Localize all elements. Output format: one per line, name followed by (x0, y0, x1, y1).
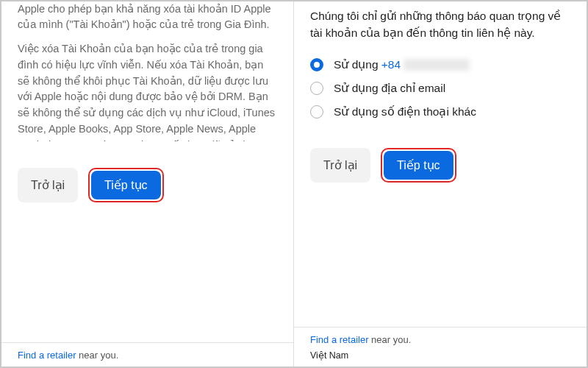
radio-unselected-icon[interactable] (310, 105, 323, 118)
bottom-bar-left: Find a retailer near you. (1, 342, 293, 367)
phone-number-redacted (404, 59, 470, 71)
terms-content: Apple cho phép bạn khả năng xóa tài khoả… (1, 1, 293, 141)
radio-email-label: Sử dụng địa chỉ email (334, 82, 445, 95)
contact-panel: Chúng tôi chỉ gửi những thông báo quan t… (294, 1, 587, 367)
back-button[interactable]: Trở lại (18, 168, 78, 202)
contact-content: Chúng tôi chỉ gửi những thông báo quan t… (294, 1, 587, 327)
button-row-right: Trở lại Tiếp tục (310, 148, 570, 183)
radio-other-phone-label: Sử dụng số điện thoại khác (334, 105, 476, 118)
region-label: Việt Nam (310, 350, 570, 361)
terms-intro-text: Apple cho phép bạn khả năng xóa tài khoả… (18, 1, 277, 32)
retailer-text: near you. (368, 334, 411, 345)
radio-phone-label: Sử dụng (334, 58, 381, 71)
radio-option-other-phone[interactable]: Sử dụng số điện thoại khác (310, 105, 570, 118)
button-row-left: Trở lại Tiếp tục (18, 168, 293, 202)
continue-button[interactable]: Tiếp tục (91, 171, 161, 199)
continue-button[interactable]: Tiếp tục (384, 151, 453, 180)
radio-unselected-icon[interactable] (310, 82, 323, 95)
terms-panel: Apple cho phép bạn khả năng xóa tài khoả… (1, 1, 294, 367)
contact-intro-text: Chúng tôi chỉ gửi những thông báo quan t… (310, 7, 570, 42)
contact-radio-group: Sử dụng +84 Sử dụng địa chỉ email Sử dụn… (310, 58, 570, 118)
bottom-bar-right: Find a retailer near you. Việt Nam (294, 327, 587, 367)
terms-body-text: Việc xóa Tài Khoản của bạn hoặc của trẻ … (18, 41, 277, 141)
radio-selected-icon[interactable] (310, 58, 323, 71)
continue-highlight: Tiếp tục (381, 148, 456, 183)
phone-country-code: +84 (381, 58, 401, 71)
radio-option-phone[interactable]: Sử dụng +84 (310, 58, 570, 71)
radio-option-email[interactable]: Sử dụng địa chỉ email (310, 82, 570, 95)
find-retailer-link[interactable]: Find a retailer (18, 350, 76, 361)
retailer-text: near you. (76, 350, 118, 361)
find-retailer-link[interactable]: Find a retailer (310, 334, 368, 345)
continue-highlight: Tiếp tục (88, 168, 164, 202)
back-button[interactable]: Trở lại (310, 148, 370, 183)
